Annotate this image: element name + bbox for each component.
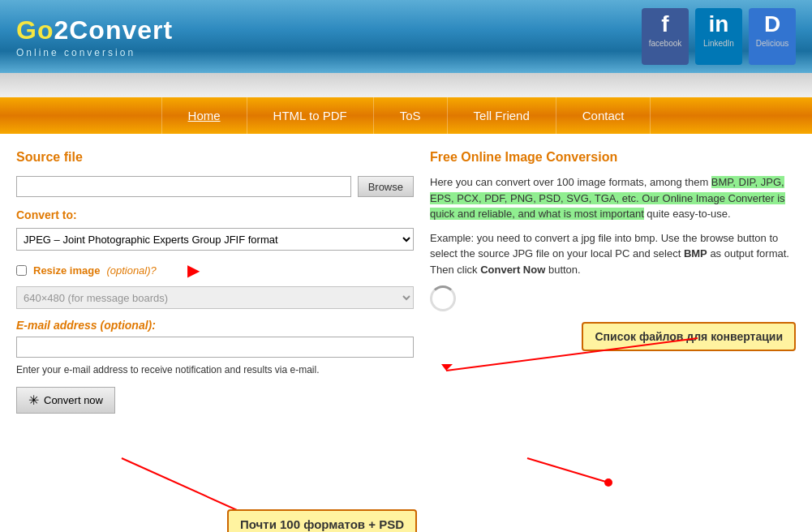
nav-html-to-pdf[interactable]: HTML to PDF: [247, 97, 374, 134]
nav-contact[interactable]: Contact: [556, 97, 651, 134]
grey-strip: [0, 73, 812, 97]
callout-container: Список файлов для конвертации: [430, 322, 796, 403]
email-label: E-mail address (optional):: [16, 319, 414, 332]
svg-line-4: [527, 458, 608, 483]
delicious-symbol: D: [764, 13, 780, 36]
resize-label: Resize image: [33, 264, 100, 277]
logo: Go2Convert Online conversion: [16, 15, 173, 58]
svg-point-5: [604, 478, 612, 487]
logo-text: Go2Convert: [16, 15, 173, 45]
nav-tell-friend[interactable]: Tell Friend: [448, 97, 556, 134]
resize-arrow-indicator: ▶: [187, 260, 200, 280]
desc-text-2: Example: you need to convert a jpg file …: [430, 230, 796, 278]
linkedin-label: LinkedIn: [703, 39, 734, 48]
filelist-callout: Список файлов для конвертации: [582, 322, 796, 351]
desc-text-1: Here you can convert over 100 image form…: [430, 174, 796, 222]
browse-button[interactable]: Browse: [358, 176, 414, 197]
right-title: Free Online Image Conversion: [430, 150, 796, 165]
logo-sub: Online conversion: [16, 47, 173, 58]
convert-now-button[interactable]: ✳ Convert now: [16, 387, 115, 414]
convert-btn-label: Convert now: [44, 394, 103, 406]
nav-tos[interactable]: ToS: [374, 97, 448, 134]
logo-convert: Convert: [69, 15, 173, 45]
email-note: Enter your e-mail address to receive not…: [16, 364, 414, 375]
source-file-title: Source file: [16, 150, 414, 165]
convert-now-bold: Convert Now: [480, 264, 545, 276]
right-panel: Free Online Image Conversion Here you ca…: [430, 150, 796, 434]
loading-spinner: [430, 285, 456, 311]
resize-optional: (optional)?: [106, 264, 156, 277]
navbar: Home HTML to PDF ToS Tell Friend Contact: [0, 97, 812, 134]
logo-go: Go: [16, 15, 54, 45]
convert-to-label: Convert to:: [16, 208, 414, 221]
svg-marker-1: [441, 364, 453, 371]
linkedin-icon[interactable]: in LinkedIn: [695, 8, 742, 65]
email-optional-text: (optional):: [101, 319, 156, 332]
nav-home[interactable]: Home: [161, 97, 247, 134]
resize-checkbox[interactable]: [16, 265, 27, 276]
formats-callout: Почти 100 форматов + PSD: [227, 509, 417, 532]
delicious-icon[interactable]: D Delicious: [749, 8, 796, 65]
file-input[interactable]: [16, 176, 351, 197]
left-panel: Source file Browse Convert to: JPEG – Jo…: [16, 150, 414, 434]
spinner-area: [430, 285, 796, 314]
facebook-symbol: f: [661, 13, 668, 36]
resize-row: Resize image (optional)? ▶: [16, 260, 414, 280]
bottom-callouts: Почти 100 форматов + PSD: [0, 458, 812, 532]
facebook-icon[interactable]: f facebook: [642, 8, 689, 65]
file-input-row: Browse: [16, 176, 414, 197]
main-content: Source file Browse Convert to: JPEG – Jo…: [0, 134, 812, 458]
highlighted-formats: BMP, DIP, JPG, EPS, PCX, PDF, PNG, PSD, …: [430, 176, 785, 220]
linkedin-symbol: in: [709, 13, 729, 36]
facebook-label: facebook: [649, 39, 682, 48]
format-select[interactable]: JPEG – Joint Photographic Experts Group …: [16, 228, 414, 251]
bmp-bold: BMP: [684, 247, 707, 260]
email-label-text: E-mail address: [16, 319, 97, 332]
convert-asterisk: ✳: [28, 393, 39, 408]
resize-select[interactable]: 640×480 (for message boards) 800×600 102…: [16, 286, 414, 309]
email-input[interactable]: [16, 337, 414, 358]
social-icons: f facebook in LinkedIn D Delicious: [642, 8, 796, 65]
header: Go2Convert Online conversion f facebook …: [0, 0, 812, 73]
delicious-label: Delicious: [756, 39, 789, 48]
logo-two: 2: [54, 15, 69, 45]
